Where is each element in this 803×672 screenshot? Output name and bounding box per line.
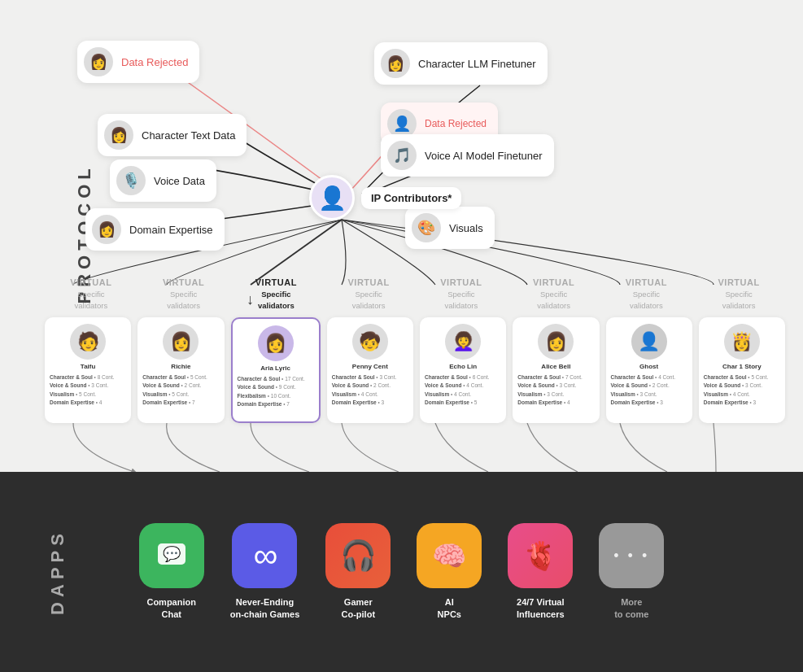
dapp-more[interactable]: • • • Moreto come (599, 523, 664, 621)
validator-2-title: VIRTUAL (137, 277, 230, 289)
validator-6-sub: Specificvalidators (508, 289, 600, 311)
voice-ai-avatar: 🎵 (387, 141, 417, 170)
character-cards-row: 🧑 Taifu Character & Soul • 8 Cont. Voice… (45, 317, 785, 423)
validator-3-sub: Specificvalidators (230, 289, 323, 311)
validator-2-sub: Specificvalidators (137, 289, 230, 311)
validator-2: VIRTUAL Specificvalidators (137, 277, 230, 311)
protocol-section: PROTOCOL (0, 0, 803, 472)
voice-data-avatar: 🎙️ (116, 166, 146, 195)
voice-data-label: Voice Data (154, 175, 205, 187)
domain-expertise-card: 👩 Domain Expertise (85, 208, 225, 251)
char-stats-8: Character & Soul • 5 Cont. Voice & Sound… (704, 373, 780, 408)
visuals-label: Visuals (449, 222, 483, 234)
char-img-5: 👩‍🦱 (445, 324, 481, 360)
companion-label: CompanionChat (146, 596, 196, 621)
companion-icon: 💬 (139, 523, 204, 588)
char-name-7: Ghost (611, 363, 687, 370)
char-card-1: 🧑 Taifu Character & Soul • 8 Cont. Voice… (45, 317, 131, 423)
character-text-avatar: 👩 (104, 120, 133, 150)
char-img-3: 👩 (258, 325, 294, 361)
domain-expertise-avatar: 👩 (92, 215, 121, 244)
char-stats-2: Character & Soul • 5 Cont. Voice & Sound… (142, 373, 219, 408)
char-card-5: 👩‍🦱 Echo Lin Character & Soul • 6 Cont. … (420, 317, 506, 423)
char-card-3-active: 👩 Aria Lyric Character & Soul • 17 Cont.… (231, 317, 321, 423)
dapp-never-ending[interactable]: ∞ Never-Endingon-chain Games (230, 523, 300, 621)
char-name-4: Penny Cent (332, 363, 408, 370)
validator-4-title: VIRTUAL (322, 277, 415, 289)
data-rejected-1-label: Data Rejected (121, 56, 188, 68)
validator-1-title: VIRTUAL (45, 277, 137, 289)
validator-7-sub: Specificvalidators (600, 289, 693, 311)
char-img-4: 🧒 (352, 324, 388, 360)
validator-4-sub: Specificvalidators (322, 289, 415, 311)
voice-data-card: 🎙️ Voice Data (110, 159, 216, 202)
domain-expertise-label: Domain Expertise (129, 224, 213, 236)
char-name-5: Echo Lin (425, 363, 501, 370)
validator-1-sub: Specificvalidators (45, 289, 137, 311)
char-card-7: 👤 Ghost Character & Soul • 4 Cont. Voice… (606, 317, 692, 423)
svg-text:💬: 💬 (163, 545, 181, 563)
char-img-2: 👩 (163, 324, 199, 360)
validator-1: VIRTUAL Specificvalidators (45, 277, 137, 311)
char-name-2: Richie (142, 363, 219, 370)
validator-6: VIRTUAL Specificvalidators (508, 277, 600, 311)
char-img-8: 👸 (724, 324, 760, 360)
dapp-companion[interactable]: 💬 CompanionChat (139, 523, 204, 621)
validator-4: VIRTUAL Specificvalidators (322, 277, 415, 311)
ai-npcs-label: AINPCs (438, 596, 461, 621)
char-stats-1: Character & Soul • 8 Cont. Voice & Sound… (50, 373, 126, 408)
validator-3-title: VIRTUAL (230, 277, 323, 289)
center-arrow-down: ↓ (247, 291, 254, 308)
validator-8-sub: Specificvalidators (692, 289, 785, 311)
char-name-6: Alice Bell (517, 363, 594, 370)
char-name-1: Taifu (50, 363, 126, 370)
validator-5-title: VIRTUAL (415, 277, 508, 289)
validator-5: VIRTUAL Specificvalidators (415, 277, 508, 311)
char-img-1: 🧑 (70, 324, 106, 360)
more-icon: • • • (599, 523, 664, 588)
dapp-virtual-influencers[interactable]: 🫀 24/7 VirtualInfluencers (508, 523, 573, 621)
more-label: Moreto come (614, 596, 648, 621)
char-img-6: 👩 (538, 324, 574, 360)
dapp-ai-npcs[interactable]: 🧠 AINPCs (417, 523, 482, 621)
gamer-label: GamerCo-pilot (342, 596, 376, 621)
char-name-8: Char 1 Story (704, 363, 780, 370)
char-card-6: 👩 Alice Bell Character & Soul • 7 Cont. … (513, 317, 599, 423)
data-rejected-1-avatar: 👩 (84, 47, 113, 76)
char-stats-5: Character & Soul • 6 Cont. Voice & Sound… (425, 373, 501, 408)
validators-row: VIRTUAL Specificvalidators VIRTUAL Speci… (45, 277, 785, 311)
character-text-data-card: 👩 Character Text Data (98, 114, 247, 156)
character-llm-card: 👩 Character LLM Finetuner (374, 42, 548, 85)
virtual-influencers-icon: 🫀 (508, 523, 573, 588)
dapps-apps-row: 💬 CompanionChat ∞ Never-Endingon-chain G… (0, 523, 803, 621)
character-llm-avatar: 👩 (381, 49, 410, 78)
ip-contributors-label: IP Contributors* (361, 187, 461, 209)
character-llm-label: Character LLM Finetuner (418, 58, 536, 70)
gamer-icon: 🎧 (325, 523, 391, 588)
dapps-section: DAPPS 💬 CompanionChat ∞ Never-Endingon-c… (0, 472, 803, 672)
validator-8: VIRTUAL Specificvalidators (692, 277, 785, 311)
validator-8-title: VIRTUAL (692, 277, 785, 289)
char-img-7: 👤 (631, 324, 667, 360)
char-card-8: 👸 Char 1 Story Character & Soul • 5 Cont… (699, 317, 785, 423)
never-ending-label: Never-Endingon-chain Games (230, 596, 300, 621)
never-ending-icon: ∞ (232, 523, 297, 588)
voice-ai-label: Voice AI Model Finetuner (425, 150, 543, 162)
ip-avatar: 👤 (309, 175, 355, 220)
data-rejected-1-card: 👩 Data Rejected (77, 41, 199, 83)
voice-ai-card: 🎵 Voice AI Model Finetuner (381, 134, 554, 177)
char-name-3: Aria Lyric (238, 364, 314, 372)
dapps-label: DAPPS (47, 529, 68, 615)
char-stats-7: Character & Soul • 4 Cont. Voice & Sound… (611, 373, 687, 408)
validator-5-sub: Specificvalidators (415, 289, 508, 311)
char-card-4: 🧒 Penny Cent Character & Soul • 3 Cont. … (327, 317, 413, 423)
char-stats-3: Character & Soul • 17 Cont. Voice & Soun… (238, 375, 314, 409)
char-stats-6: Character & Soul • 7 Cont. Voice & Sound… (517, 373, 594, 408)
dapp-gamer[interactable]: 🎧 GamerCo-pilot (325, 523, 391, 621)
char-stats-4: Character & Soul • 3 Cont. Voice & Sound… (332, 373, 408, 408)
data-rejected-2-label: Data Rejected (425, 118, 487, 129)
ai-npcs-icon: 🧠 (417, 523, 482, 588)
validator-7-title: VIRTUAL (600, 277, 693, 289)
validator-7: VIRTUAL Specificvalidators (600, 277, 693, 311)
validator-6-title: VIRTUAL (508, 277, 600, 289)
